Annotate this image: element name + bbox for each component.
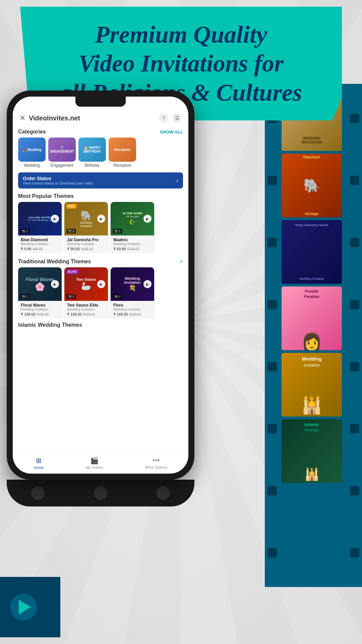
app-title: VideoInvites.net [29,114,159,122]
film-hole [350,424,359,433]
traditional-themes-header: Traditional Wedding Themes ↗ [18,259,183,265]
film-hole [350,486,359,495]
theme-price: ₹ 69.99 ₹199.00 [113,247,152,251]
price-original: ₹199.00 [127,247,139,251]
category-item-reception[interactable]: Reception Reception [109,138,136,168]
external-link-icon[interactable]: ↗ [179,259,183,264]
theme-thumb-maahru: IN THE NAME OF ALLAH ☪ ▶ 📷 1 [111,202,154,235]
theme-price: ₹ 169.00 ₹399.00 [113,312,152,317]
film-card-rajasthani: Rajasthani Heritage 🐘 [282,154,342,217]
theme-thumb-two-swans: ELITE Two Swans 🦢 ▶ 📷 2 [64,267,108,301]
play-button[interactable]: ▶ [51,215,59,223]
theme-info: Two Swans Elite Wedding Invitation ₹ 199… [64,301,108,319]
photo-count: 📷 1 [113,229,122,233]
theme-thumb-floral-waves: Floral Waves 🌸 ▶ 📷 2 [18,267,62,301]
category-thumb-wedding: 💑 Wedding [18,138,46,162]
phone-mockup: ✕ VideoInvites.net ? ☰ Categories SHOW A… [7,91,201,587]
category-bg: 🎂 HAPPY BIRTHDAY [78,138,106,162]
nav-label-orders: My Orders [86,466,103,470]
theme-price: ₹ 9.99 ₹99.00 [21,247,59,251]
theme-info: Floral Waves Wedding Invitation ₹ 199.00… [18,301,62,319]
theme-type: Wedding Invitation [67,242,105,246]
order-status-text: Order Status View current status or down… [23,176,94,185]
screen-content: ✕ VideoInvites.net ? ☰ Categories SHOW A… [13,97,188,474]
theme-card-blue-diamond[interactable]: YOU ARE INVITED TO THE WEDDING OF ▶ 📷 1 … [18,202,62,253]
phone-notch [75,97,126,107]
order-status-title: Order Status [23,176,94,181]
play-button[interactable]: ▶ [97,215,105,223]
orders-icon: 🎬 [90,457,99,465]
show-all-button[interactable]: SHOW ALL [160,129,183,135]
category-item-birthday[interactable]: 🎂 HAPPY BIRTHDAY Birthday [78,138,106,168]
back-button [31,486,45,500]
category-item-engagement[interactable]: 💍 ENGAGEMENT Engagement [48,138,76,168]
category-label-wedding: Wedding [24,163,40,168]
theme-card-floral-waves[interactable]: Floral Waves 🌸 ▶ 📷 2 Floral Waves Weddin… [18,267,62,319]
categories-row: 💑 Wedding Wedding 💍 ENGAGEMENT [18,138,183,168]
play-button[interactable]: ▶ [143,215,152,223]
film-hole [350,548,359,557]
categories-title: Categories [18,129,46,135]
nav-item-home[interactable]: ⊞ Home [34,457,44,470]
film-hole [350,176,359,185]
film-images: WEDDING INVITATION Rajasthani Heritage 🐘… [282,87,345,483]
theme-card-flora[interactable]: WeddingInvitation 💐 ▶ 📷 2 Flora Wedding … [111,267,154,319]
category-label-engagement: Engagement [51,163,73,168]
popular-themes-header: Most Popular Themes [18,193,183,199]
theme-info: Flora Wedding Invitation ₹ 169.00 ₹399.0… [111,301,154,319]
categories-section: Categories SHOW ALL 💑 Wedding Wedding [13,126,188,170]
film-hole [267,486,277,495]
theme-card-maahru[interactable]: IN THE NAME OF ALLAH ☪ ▶ 📷 1 Maahru Wedd… [111,202,154,253]
nav-item-more[interactable]: ••• More Options [145,457,167,470]
category-bg: 💑 Wedding [18,138,46,162]
film-hole [267,300,277,309]
home-button [94,486,107,500]
phone-screen: ✕ VideoInvites.net ? ☰ Categories SHOW A… [13,97,188,474]
cat-label: 🎂 HAPPY BIRTHDAY [78,145,106,155]
photo-count: 📷 2 [66,294,76,299]
film-hole [350,114,359,123]
order-status-bar[interactable]: Order Status View current status or down… [18,172,183,189]
photo-count: 📷 1 [20,229,30,233]
close-button[interactable]: ✕ [19,114,25,122]
photo-count: 📷 2 [113,294,122,299]
nav-item-orders[interactable]: 🎬 My Orders [86,457,103,470]
category-thumb-reception: Reception [109,138,136,162]
theme-type: Wedding Invitation [21,242,59,246]
theme-name: Floral Waves [21,303,59,308]
film-holes-left [267,84,277,587]
film-hole [350,362,359,371]
order-status-subtitle: View current status or download your vid… [23,181,94,185]
film-hole [350,300,359,309]
category-thumb-birthday: 🎂 HAPPY BIRTHDAY [78,138,106,162]
play-button[interactable]: ▶ [51,280,59,288]
film-hole [267,176,277,185]
film-strip-right: WEDDING INVITATION Rajasthani Heritage 🐘… [265,84,362,587]
recents-button [157,486,170,500]
theme-name: Blue Diamond [21,237,59,242]
film-card-islamic: Islamic Emerald 🕌 [282,419,342,483]
cat-label: 💍 ENGAGEMENT [48,145,76,155]
play-button[interactable]: ▶ [97,280,105,288]
help-icon[interactable]: ? [159,113,168,123]
phone-outer: ✕ VideoInvites.net ? ☰ Categories SHOW A… [7,91,194,480]
nav-label-home: Home [34,466,44,470]
film-hole [267,238,277,247]
traditional-themes-row: Floral Waves 🌸 ▶ 📷 2 Floral Waves Weddin… [18,267,183,319]
popular-themes-row: YOU ARE INVITED TO THE WEDDING OF ▶ 📷 1 … [18,202,183,253]
category-bg: Reception [109,138,136,162]
bottom-nav: ⊞ Home 🎬 My Orders ••• More Options [13,453,188,474]
category-item-wedding[interactable]: 💑 Wedding Wedding [18,138,46,168]
theme-card-jai-ganesha[interactable]: PRO 🐘 WeddingInvitation ▶ 📷 1 Jai Ganesh… [64,202,108,253]
film-card-wedding-gold: Wedding Invitation 🕌 [282,353,342,417]
theme-card-two-swans[interactable]: ELITE Two Swans 🦢 ▶ 📷 2 Two Swans Elite [64,267,108,319]
menu-icon[interactable]: ☰ [172,113,182,123]
categories-header: Categories SHOW ALL [18,129,183,135]
traditional-themes-title: Traditional Wedding Themes [18,259,91,265]
theme-price: ₹ 99.00 ₹199.00 [67,247,105,251]
logo-play-icon [19,600,31,614]
theme-type: Wedding Invitation [113,308,152,311]
play-button[interactable]: ▶ [143,280,152,288]
theme-thumb-blue-diamond: YOU ARE INVITED TO THE WEDDING OF ▶ 📷 1 [18,202,62,235]
film-holes-right [350,84,359,587]
